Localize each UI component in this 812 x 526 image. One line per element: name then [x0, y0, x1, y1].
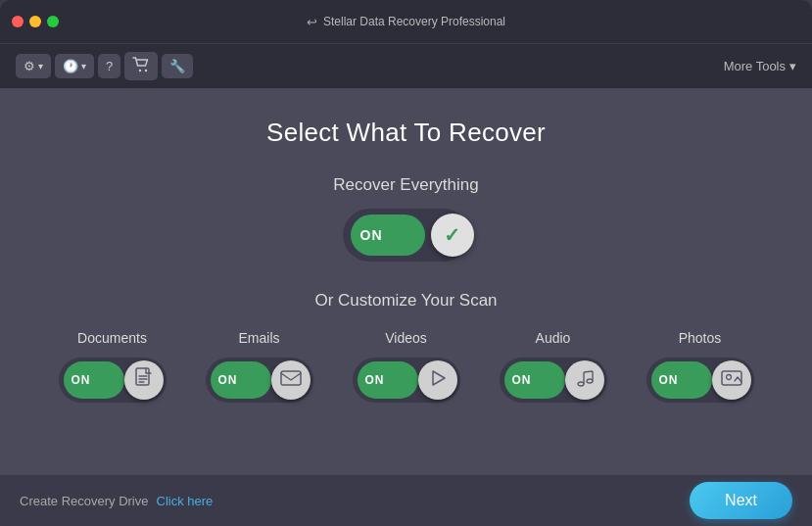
more-tools-label: More Tools: [724, 59, 786, 73]
create-recovery-text: Create Recovery Drive: [20, 494, 149, 508]
emails-toggle-label: ON: [218, 373, 238, 387]
emails-label: Emails: [238, 330, 279, 346]
recover-everything-toggle[interactable]: ON ✓: [343, 209, 470, 262]
videos-toggle-thumb: [418, 360, 457, 400]
toggle-thumb-large: ✓: [431, 214, 474, 257]
title-bar: ↩ Stellar Data Recovery Professional: [0, 0, 812, 43]
category-audio: Audio ON: [500, 330, 607, 403]
help-icon: ?: [106, 59, 113, 73]
toolbar-left: ⚙ ▾ 🕐 ▾ ? 🔧: [16, 52, 193, 80]
help-button[interactable]: ?: [98, 54, 120, 78]
cart-icon: [132, 57, 150, 75]
svg-marker-7: [433, 371, 445, 385]
documents-toggle[interactable]: ON: [59, 358, 167, 403]
settings-button[interactable]: ⚙ ▾: [16, 54, 51, 78]
emails-toggle[interactable]: ON: [206, 358, 313, 403]
checkmark-icon: ✓: [444, 223, 460, 247]
settings-dropdown-arrow: ▾: [38, 61, 43, 72]
svg-line-12: [584, 371, 593, 372]
documents-toggle-label: ON: [72, 373, 91, 387]
click-here-link[interactable]: Click here: [157, 494, 214, 508]
email-icon: [280, 369, 302, 391]
audio-toggle[interactable]: ON: [500, 358, 607, 403]
audio-toggle-label: ON: [512, 373, 532, 387]
documents-toggle-track: ON: [64, 361, 124, 399]
main-content: Select What To Recover Recover Everythin…: [0, 88, 812, 475]
photos-toggle-track: ON: [651, 361, 712, 399]
minimize-button[interactable]: [29, 16, 41, 27]
footer: Create Recovery Drive Click here Next: [0, 475, 812, 526]
videos-toggle-label: ON: [365, 373, 385, 387]
history-dropdown-arrow: ▾: [81, 61, 86, 72]
svg-point-8: [578, 382, 584, 386]
next-button[interactable]: Next: [690, 482, 792, 519]
svg-point-9: [587, 379, 593, 383]
photos-toggle-thumb: [712, 360, 751, 400]
audio-label: Audio: [536, 330, 571, 346]
video-play-icon: [428, 367, 448, 393]
fullscreen-button[interactable]: [47, 16, 59, 27]
footer-left: Create Recovery Drive Click here: [20, 494, 213, 508]
traffic-lights: [12, 16, 59, 27]
category-documents: Documents ON: [59, 330, 167, 403]
category-photos: Photos ON: [646, 330, 754, 403]
audio-toggle-thumb: [565, 360, 604, 400]
page-title: Select What To Recover: [266, 118, 546, 148]
svg-point-0: [139, 70, 141, 72]
or-customize-label: Or Customize Your Scan: [314, 291, 497, 311]
category-emails: Emails ON: [206, 330, 313, 403]
app-title: Stellar Data Recovery Professional: [323, 15, 505, 28]
documents-label: Documents: [77, 330, 147, 346]
videos-toggle[interactable]: ON: [353, 358, 460, 403]
toggle-track-large: ON: [351, 215, 425, 256]
videos-label: Videos: [385, 330, 427, 346]
toolbar: ⚙ ▾ 🕐 ▾ ? 🔧 More Tools ▾: [0, 43, 812, 88]
recover-everything-label: Recover Everything: [333, 175, 478, 195]
svg-point-1: [145, 70, 147, 72]
toolbar-right[interactable]: More Tools ▾: [724, 59, 796, 73]
photos-toggle[interactable]: ON: [646, 358, 754, 403]
audio-toggle-track: ON: [504, 361, 565, 399]
svg-point-14: [726, 375, 731, 380]
documents-toggle-thumb: [124, 360, 164, 400]
emails-toggle-track: ON: [211, 361, 271, 399]
cart-button[interactable]: [124, 52, 158, 80]
history-button[interactable]: 🕐 ▾: [55, 54, 94, 78]
wrench-icon: 🔧: [169, 59, 185, 73]
photos-toggle-label: ON: [659, 373, 679, 387]
emails-toggle-thumb: [271, 360, 310, 400]
document-icon: [134, 367, 154, 393]
toggle-on-text: ON: [360, 227, 383, 243]
gear-icon: ⚙: [24, 59, 35, 73]
title-bar-center: ↩ Stellar Data Recovery Professional: [307, 15, 505, 29]
videos-toggle-track: ON: [358, 361, 418, 399]
close-button[interactable]: [12, 16, 24, 27]
app-icon: ↩: [307, 15, 317, 29]
tools-button[interactable]: 🔧: [162, 54, 193, 78]
photo-icon: [721, 368, 742, 392]
audio-note-icon: [574, 367, 596, 393]
svg-rect-6: [281, 371, 301, 385]
history-icon: 🕐: [63, 59, 78, 73]
category-videos: Videos ON: [353, 330, 460, 403]
customize-row: Documents ON: [20, 330, 792, 403]
more-tools-arrow: ▾: [789, 59, 796, 73]
photos-label: Photos: [679, 330, 722, 346]
